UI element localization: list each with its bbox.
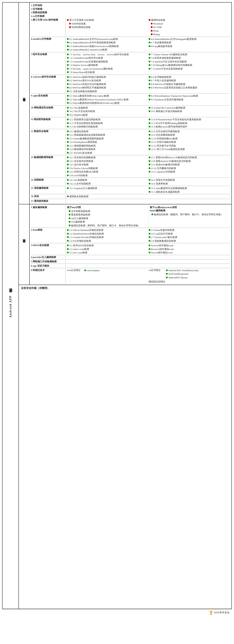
app-system-label: Android APP审计系统	[9, 294, 12, 318]
dcat3-items: 3.1 组件DDOS攻击检测 3.2 native crash检测 3.3 ja…	[66, 244, 230, 254]
b-9-3	[67, 102, 69, 104]
dcat1-sub1-label: 基于http代理	[67, 206, 147, 209]
l-11-4: 11.4 IVParameterSpec不安全初始化向量风险检测	[151, 118, 230, 122]
item-d2-1: 2.1 SQLite Database存储信息检测	[67, 228, 149, 232]
b-12-2	[67, 134, 69, 136]
cat8-items: 8.1 WebView远程代码执行漏洞检测 8.2 WebView潜在XSS攻击…	[66, 75, 230, 93]
b-12-7	[67, 152, 69, 154]
b-9-2	[67, 99, 69, 100]
cat1-label: 1 文件信息	[31, 4, 230, 7]
l-11-3: 11.3 ECB加密模式风险检测	[69, 125, 149, 128]
l-d-h1: 水平权限风险检测	[71, 210, 147, 213]
item-6-4: 6.4 AndroidManifest sharedUserId检测	[67, 48, 149, 52]
l-13-8: 13.8 获取Android ID敏感信息代码检测	[151, 159, 230, 163]
item-10-2: 10.2 SSL不安全组件检测	[67, 110, 149, 113]
cat13-items: 13.1 安全相关的函数检测 13.2 安全相关的类检测 13.3 运行命令检测	[66, 156, 230, 177]
item-13-7: 13.7 获取IMEI和Device ID敏感信息代码检测	[149, 156, 230, 159]
dcat2-name: 2 hook框架	[31, 228, 66, 242]
bullet-6-4	[67, 49, 69, 50]
cat2-label: 2 证书检测	[31, 7, 230, 11]
dcat7-block: 8 种绕过技术 root认证绕过 rootcl	[31, 268, 230, 284]
ddivider5	[31, 264, 230, 264]
cat7-block: 7 组件安全检测 7.1 Activity、activity-alias、ser…	[31, 53, 230, 74]
cat13-cols: 13.1 安全相关的函数检测 13.2 安全相关的类检测 13.3 运行命令检测	[67, 156, 230, 177]
item-14-4: 14.4 混淆率检测	[149, 182, 230, 186]
cat13-col2: 13.7 获取IMEI和Device ID敏感信息代码检测 13.8 获取And…	[149, 156, 230, 177]
item-wormhole: Wormhole	[149, 22, 230, 26]
dcat6-items	[66, 264, 230, 268]
b-11-6	[149, 126, 150, 128]
l-10-5: 10.5 网络接口开放式检验检测	[151, 110, 230, 113]
b-13-6	[67, 174, 69, 176]
dcat3-cols: 3.1 组件DDOS攻击检测 3.2 native crash检测 3.3 ja…	[67, 244, 230, 254]
cat14-col1: 14.1 dex加固检测 14.2 so文件加固检测	[67, 178, 149, 185]
cat11-cols: 11.1 弱加密算法返回风险检测 11.2 不安全的密钥长度风险检测 11.3 …	[67, 118, 230, 128]
item-13-6: 13.6 root代码检测	[67, 174, 149, 177]
dcat6-name: 6 app 切讲乃模块	[31, 264, 66, 268]
b-d-h5	[69, 224, 70, 226]
item-d3-3: 3.3 java crash检测	[67, 251, 149, 254]
item-12-13: 12.13 第三方OAuth敏感信息泄露	[149, 148, 230, 151]
l-13-11: 13.11 signature代码检测	[151, 170, 230, 174]
cat11-items: 11.1 弱加密算法返回风险检测 11.2 不安全的密钥长度风险检测 11.3 …	[66, 118, 230, 128]
b-8-7	[149, 80, 150, 81]
l-8-4: 8.4 WebView密码明文字储漏洞检测	[69, 86, 149, 90]
b-12-11	[149, 141, 150, 143]
dynamic-label-box: 动态扫描	[19, 204, 30, 285]
cat12-name: 12 数据安全检测	[31, 130, 66, 155]
b-d2-2	[67, 233, 69, 234]
l-d-h4: XSS漏洞检测	[71, 220, 147, 224]
l-15-3: 15.3 虚机签名生成漏洞检测	[151, 190, 230, 194]
l-d-t1: 敏感信息检测（键盘码、用户密码、银行卡、身份证等明文传输）	[154, 213, 230, 216]
l-12-12: 12.12 明文数字证书风险	[151, 144, 230, 148]
item-11-5: 11.5 RSA中不使用Padding风险检测	[149, 122, 230, 125]
cat10-col1: 10.1 SSL连接检测 10.2 SSL不安全组件检测 10.3 HttpHo…	[67, 106, 149, 117]
l-7-8: 7.8 应用本地热更新漏洞检测	[151, 56, 230, 60]
l-d2-3: 2.3 Content Provider存储信息检测	[69, 236, 149, 239]
b-15-3	[149, 191, 150, 193]
label-6-8: 6.8 app最低版本检测	[151, 44, 230, 48]
item-8-7: 8.7 中间人攻击漏洞检测	[149, 79, 230, 82]
cat12-col2: 12.8 文件全路径写漏洞检测 12.9 日志泄露风险检测 12.10 外部能加…	[149, 130, 230, 155]
l-11-6: 11.6 检测keystore密写使用密码保护	[151, 125, 230, 128]
l-11-1: 11.1 弱加密算法返回风险检测	[69, 118, 149, 122]
item-7-1: 7.1 Activity、activity-alias、service、rece…	[67, 53, 149, 56]
l-d2-5: 2.5 Intent传递内容检测	[151, 228, 230, 232]
item-9-3: 9.3 SQLite数据库的对称密码(PRAGMA key)检测	[67, 101, 149, 105]
cat17-block: 17 通用脱壳模块	[31, 200, 230, 203]
cat16-name: 16 其他	[31, 195, 66, 198]
item-8-5: 8.5 主机名称验证校验检测	[67, 90, 149, 93]
business-scan-row: 业务安全扫描（传整理）	[19, 285, 232, 291]
cat10-col2: 10.4 HttpURLConnection漏洞检测 10.5 网络接口开放式检…	[149, 106, 230, 117]
cat3-label: 3 权限信息检测	[31, 10, 230, 14]
cat5-col2: 漏洞特征收集 Wormhole XG SDK	[149, 18, 230, 36]
divider12	[31, 199, 230, 199]
l-15-1: 15.1 fragment注入漏洞检测	[69, 186, 149, 190]
b-d-t1	[152, 214, 153, 215]
label-6-3: 6.3 AndroidManifest危险ProtectionLevel权限检测	[69, 44, 149, 48]
l-13-7: 13.7 获取IMEI和Device ID敏感信息代码检测	[151, 156, 230, 159]
l-d-h2: 垂直权限风险检测	[71, 213, 147, 216]
cat11-block: 11 弱加密风险检测 11.1 弱加密算法返回风险检测	[31, 118, 230, 128]
cat2-row: 2 证书检测	[31, 7, 230, 11]
bullet-6-1	[67, 38, 69, 40]
b-8-1	[67, 76, 69, 78]
l-d-h5: 敏感信息检测（密码码、用户密码、银行卡、身份证等明文传输）	[71, 224, 147, 228]
cat8-col1: 8.1 WebView远程代码执行漏洞检测 8.2 WebView潜在XSS攻击…	[67, 75, 149, 93]
b-10-3	[67, 114, 69, 116]
outer-container: Android APP审计系统 静态扫描 1 文件信息 2 证书检测	[2, 2, 232, 609]
item-6-3: 6.3 AndroidManifest危险ProtectionLevel权限检测	[67, 44, 149, 48]
b-15-2	[149, 187, 150, 189]
cat12-items: 12.1 敏感信息检测 12.2 剪贴板敏感信息进幕风险检测 12.3 Inte…	[66, 130, 230, 155]
b-7-5	[67, 68, 69, 70]
b-bypass-r1	[84, 270, 86, 271]
b-d2-5	[149, 229, 150, 231]
bypass-ssl-items: Android-SSL-Trustkiller(cydia) JustTrust…	[166, 268, 199, 280]
l-13-4: 13.4 Native Library加载检测	[69, 166, 149, 170]
ddivider2	[31, 243, 230, 243]
cat15-name: 15 系统漏洞检测	[31, 186, 66, 194]
cat14-col2: 14.3 资源文件加固检测 14.4 混淆率检测	[149, 178, 230, 185]
dcat5-name: 5 网络端口开放敏感检测	[31, 260, 66, 263]
item-15-2: 15.2 sqlite数据库日志泄露漏洞检测	[149, 186, 230, 190]
l-d-h3: sql注入漏洞检测	[71, 216, 147, 220]
